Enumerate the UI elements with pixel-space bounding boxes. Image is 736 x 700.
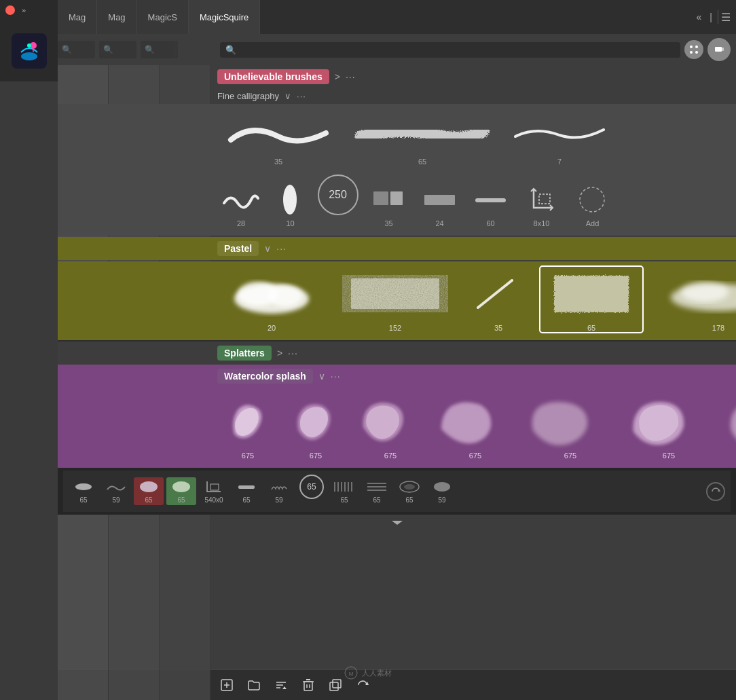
tray-item-1[interactable]: 65 [69,477,98,505]
scroll-arrow[interactable] [58,515,736,531]
pastel-label[interactable]: Pastel [217,241,259,256]
tray-item-6[interactable]: 65 [232,477,261,505]
chevron-icon[interactable]: » [22,6,26,14]
counter-250: 250 [318,174,358,215]
splatters-label[interactable]: Splatters [217,346,272,361]
watercolor-more-button[interactable]: ··· [331,371,341,382]
tray-item-8[interactable]: 65 65 [297,473,327,509]
eraser-button[interactable] [707,38,731,61]
reset-button[interactable] [706,482,725,501]
watercolor-label[interactable]: Watercolor splash [217,369,313,384]
brush-item-7[interactable]: 7 [505,111,614,166]
svg-rect-21 [554,276,629,312]
pastel-num-178: 178 [712,324,724,332]
wc-item-5[interactable]: 675 [523,394,618,460]
search-row: 🔍 🔍 🔍 🔍 [58,34,736,65]
wc-item-4[interactable]: 675 [435,394,516,460]
svg-rect-11 [373,191,388,205]
pastel-item-65[interactable]: 65 [540,267,642,332]
svg-point-5 [695,45,698,48]
wc-item-7[interactable]: 675 [720,394,736,460]
delete-button[interactable] [299,676,318,695]
next-tab-button[interactable]: | [707,10,715,24]
scatter-button[interactable] [684,40,703,59]
watercolor-expand-icon[interactable]: ∨ [318,371,325,382]
tray-item-5[interactable]: 540x0 [199,477,229,505]
tray-item-3[interactable]: 65 [134,477,164,505]
svg-rect-9 [722,48,724,51]
svg-rect-28 [210,484,219,490]
svg-rect-15 [539,194,550,204]
wc-item-3[interactable]: 675 [353,394,428,460]
pastel-item-20[interactable]: 20 [217,267,326,332]
brush-item-60[interactable]: 60 [468,183,513,227]
fine-calligraphy-header: Fine calligraphy ∨ ··· [58,88,736,104]
prev-tab-button[interactable]: « [694,10,705,24]
pastel-num-20: 20 [268,324,276,332]
wc-item-1[interactable]: 675 [217,394,278,460]
svg-rect-13 [424,195,455,205]
tray-item-10[interactable]: 65 [362,477,392,505]
search-input[interactable] [240,45,675,55]
pastel-num-35: 35 [494,324,502,332]
tab-nav-area: « | ☰ [688,0,736,34]
pastel-item-35[interactable]: 35 [464,267,532,332]
search-actions [684,38,731,61]
pastel-more-button[interactable]: ··· [276,243,287,254]
brush-item-28[interactable]: 28 [217,183,265,227]
group-unbelievable-header: Unbelievable brushes > ··· [58,65,736,88]
new-brush-button[interactable] [217,676,236,695]
tray-item-7[interactable]: 59 [264,477,294,505]
duplicate-button[interactable] [326,676,345,695]
brush-item-8x10[interactable]: 8x10 [519,183,564,227]
tab-3[interactable]: MagicS [137,0,189,34]
search-box[interactable]: 🔍 [220,42,680,58]
brush-item-24[interactable]: 24 [418,183,462,227]
tray-item-12[interactable]: 59 [427,477,457,505]
splatters-more-button[interactable]: ··· [288,348,298,358]
svg-rect-8 [715,47,722,52]
wc-item-2[interactable]: 675 [285,394,346,460]
content-scroll[interactable]: Unbelievable brushes > ··· Fine calligra… [58,65,736,669]
pastel-num-152: 152 [389,324,401,332]
svg-point-6 [690,51,693,54]
pastel-item-152[interactable]: 152 [334,267,456,332]
unbelievable-more-button[interactable]: ··· [346,71,356,82]
tray-item-11[interactable]: 65 [394,477,424,505]
brush-item-35[interactable]: 35 [217,111,339,166]
tray-item-2[interactable]: 59 [101,477,131,505]
svg-point-7 [695,51,698,54]
pastel-brushes-grid: 20 152 [58,261,736,340]
brush-item-10[interactable]: 10 [272,183,309,227]
pastel-expand-icon[interactable]: ∨ [264,243,271,254]
fine-calligraphy-section: 35 65 [58,104,736,236]
svg-rect-56 [330,682,338,690]
fine-calligraphy-more-button[interactable]: ··· [297,91,306,101]
wc-item-6[interactable]: 675 [625,394,713,460]
tab-1[interactable]: Mag [58,0,97,34]
brush-item-250[interactable]: 250 250 [316,172,360,227]
splatters-expand-icon[interactable]: > [277,348,282,358]
tab-2[interactable]: Mag [97,0,136,34]
open-folder-button[interactable] [244,676,263,695]
svg-text:M: M [349,671,354,677]
close-button[interactable] [5,5,15,15]
pastel-item-178[interactable]: 178 [650,267,736,332]
brush-tray-area: 65 59 [58,468,736,515]
unbelievable-expand-icon[interactable]: > [335,71,340,82]
svg-rect-14 [475,198,506,202]
sort-button[interactable] [272,676,291,695]
tray-item-4[interactable]: 65 [166,477,196,505]
svg-point-27 [172,481,190,492]
app-icon [12,33,47,69]
brush-item-35b[interactable]: 35 [367,183,411,227]
tab-4[interactable]: MagicSquire [189,0,260,34]
fine-calligraphy-expand-icon[interactable]: ∨ [284,91,291,101]
tab-menu-button[interactable]: ☰ [721,11,731,24]
brush-item-add[interactable]: Add [570,183,614,227]
tray-item-9[interactable]: 65 [329,477,359,505]
brush-item-65[interactable]: 65 [348,111,497,166]
unbelievable-brushes-label[interactable]: Unbelievable brushes [217,69,329,84]
svg-rect-20 [351,278,439,309]
fine-calligraphy-label[interactable]: Fine calligraphy [217,91,279,101]
